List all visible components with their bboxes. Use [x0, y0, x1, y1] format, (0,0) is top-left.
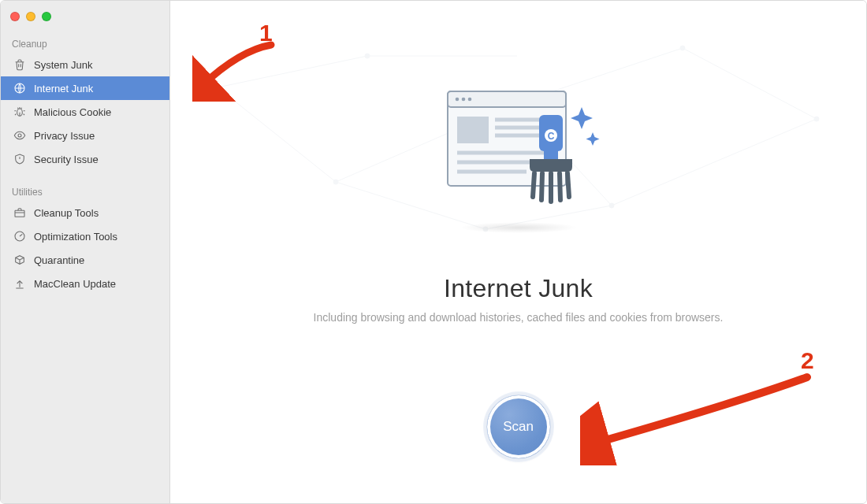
- svg-rect-24: [448, 91, 566, 107]
- svg-rect-28: [457, 117, 489, 143]
- box-icon: [13, 254, 26, 266]
- sidebar-item-label: System Junk: [34, 59, 92, 71]
- svg-point-25: [455, 98, 459, 102]
- sidebar-item-label: Cleanup Tools: [34, 207, 99, 219]
- svg-point-27: [467, 98, 471, 102]
- shield-icon: [13, 153, 26, 165]
- sidebar-item-label: Internet Junk: [34, 83, 93, 94]
- close-window-button[interactable]: [10, 12, 20, 21]
- bug-icon: [13, 106, 26, 118]
- upload-icon: [13, 277, 26, 290]
- sidebar-item-security-issue[interactable]: Security Issue: [1, 147, 169, 171]
- eye-icon: [13, 129, 26, 142]
- svg-line-9: [218, 87, 336, 182]
- svg-line-39: [533, 173, 534, 197]
- sidebar-item-privacy-issue[interactable]: Privacy Issue: [1, 124, 169, 147]
- svg-line-42: [560, 173, 560, 200]
- browser-brush-illustration: C: [432, 83, 605, 217]
- annotation-step-2-arrow: [580, 371, 817, 465]
- sidebar-item-label: Security Issue: [34, 154, 99, 165]
- sidebar: Cleanup System Junk Internet Junk Malici…: [1, 1, 170, 503]
- gauge-icon: [13, 230, 26, 243]
- sidebar-item-internet-junk[interactable]: Internet Junk: [1, 76, 169, 100]
- sidebar-item-malicious-cookie[interactable]: Malicious Cookie: [1, 100, 169, 124]
- sidebar-item-label: Optimization Tools: [34, 231, 117, 243]
- svg-point-16: [365, 54, 370, 58]
- svg-line-40: [541, 173, 542, 200]
- illustration: C: [432, 83, 605, 233]
- sidebar-item-label: Privacy Issue: [34, 130, 95, 142]
- app-window: Cleanup System Junk Internet Junk Malici…: [0, 0, 867, 504]
- svg-rect-3: [15, 210, 24, 217]
- sidebar-item-optimization-tools[interactable]: Optimization Tools: [1, 224, 169, 248]
- svg-point-21: [609, 203, 614, 208]
- page-title: Internet Junk: [444, 274, 593, 303]
- svg-point-20: [333, 180, 338, 184]
- annotation-step-2-number: 2: [801, 347, 814, 374]
- svg-point-18: [680, 46, 685, 50]
- trash-icon: [13, 58, 26, 71]
- svg-line-12: [612, 119, 817, 206]
- svg-line-43: [567, 173, 569, 197]
- toolbox-icon: [13, 206, 26, 219]
- zoom-window-button[interactable]: [42, 12, 51, 21]
- svg-point-19: [814, 117, 819, 121]
- sidebar-section-header-cleanup: Cleanup: [1, 32, 169, 53]
- scan-button[interactable]: Scan: [486, 395, 551, 459]
- sidebar-item-label: Malicious Cookie: [34, 106, 111, 118]
- minimize-window-button[interactable]: [26, 12, 35, 21]
- svg-point-26: [461, 98, 465, 102]
- svg-text:C: C: [547, 131, 554, 142]
- sidebar-item-macclean-update[interactable]: MacClean Update: [1, 272, 169, 295]
- svg-line-8: [683, 48, 817, 119]
- sidebar-item-label: Quarantine: [34, 254, 84, 266]
- main-panel: C Interne: [170, 1, 866, 503]
- sidebar-item-system-junk[interactable]: System Junk: [1, 53, 169, 76]
- svg-rect-38: [544, 151, 558, 159]
- window-controls: [1, 7, 169, 32]
- svg-point-2: [18, 134, 21, 137]
- page-description: Including browsing and download historie…: [314, 311, 724, 324]
- illustration-shadow: [460, 222, 578, 233]
- sidebar-item-cleanup-tools[interactable]: Cleanup Tools: [1, 201, 169, 224]
- sidebar-section-header-utilities: Utilities: [1, 180, 169, 201]
- annotation-step-1-arrow: [192, 39, 279, 102]
- sidebar-item-label: MacClean Update: [34, 278, 116, 290]
- sidebar-item-quarantine[interactable]: Quarantine: [1, 248, 169, 272]
- globe-icon: [13, 82, 26, 94]
